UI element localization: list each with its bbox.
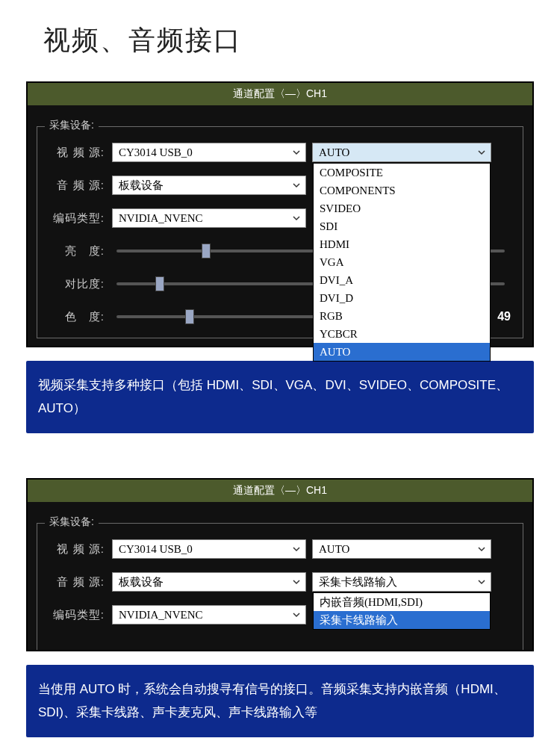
combo-audio-src[interactable]: 板载设备	[112, 572, 306, 592]
chevron-down-icon	[476, 543, 488, 555]
dropdown-option[interactable]: SDI	[314, 217, 490, 235]
label-brightness: 亮 度:	[45, 244, 112, 258]
dropdown-option[interactable]: AUTO	[314, 343, 490, 361]
slider-thumb[interactable]	[155, 276, 164, 291]
combo-enc-type-value: NVIDIA_NVENC	[119, 212, 203, 225]
caption-1: 视频采集支持多种接口（包括 HDMI、SDI、VGA、DVI、SVIDEO、CO…	[26, 361, 534, 433]
label-enc-type: 编码类型:	[45, 211, 112, 226]
combo-video-src[interactable]: CY3014 USB_0	[112, 539, 306, 559]
combo-video-in-value: AUTO	[319, 146, 349, 159]
combo-video-src[interactable]: CY3014 USB_0	[112, 143, 306, 162]
dropdown-option[interactable]: YCBCR	[314, 325, 490, 343]
slider-thumb[interactable]	[185, 309, 194, 324]
caption-2: 当使用 AUTO 时，系统会自动搜寻有信号的接口。音频采集支持内嵌音频（HDMI…	[26, 665, 534, 737]
combo-video-in[interactable]: AUTO COMPOSITECOMPONENTSSVIDEOSDIHDMIVGA…	[312, 143, 491, 162]
config-panel-2: 通道配置〈—〉CH1 采集设备: 视 频 源: CY3014 USB_0 AUT…	[26, 478, 534, 651]
label-video-src: 视 频 源:	[45, 146, 112, 160]
capture-fieldset: 采集设备: 视 频 源: CY3014 USB_0 AUTO COMPOSITE…	[37, 126, 523, 338]
dropdown-option[interactable]: COMPOSITE	[314, 164, 490, 182]
fieldset-legend: 采集设备:	[45, 515, 99, 529]
dropdown-option[interactable]: 内嵌音频(HDMI,SDI)	[314, 593, 490, 611]
dropdown-option[interactable]: SVIDEO	[314, 199, 490, 217]
chevron-down-icon	[476, 146, 488, 158]
label-enc-type: 编码类型:	[45, 608, 112, 622]
label-hue: 色 度:	[45, 310, 112, 324]
chevron-down-icon	[476, 576, 488, 588]
dropdown-option[interactable]: DVI_D	[314, 289, 490, 307]
chevron-down-icon	[290, 212, 302, 224]
label-audio-src: 音 频 源:	[45, 179, 112, 193]
config-panel-1: 通道配置〈—〉CH1 采集设备: 视 频 源: CY3014 USB_0 AUT…	[26, 81, 534, 347]
combo-enc-type-value: NVIDIA_NVENC	[119, 609, 203, 622]
combo-audio-src-value: 板载设备	[119, 179, 164, 193]
combo-video-in-value: AUTO	[319, 543, 349, 556]
audio-in-dropdown: 内嵌音频(HDMI,SDI)采集卡线路输入	[313, 592, 491, 630]
combo-enc-type[interactable]: NVIDIA_NVENC	[112, 605, 306, 624]
dropdown-option[interactable]: DVI_A	[314, 271, 490, 289]
label-video-src: 视 频 源:	[45, 542, 112, 557]
combo-audio-in-value: 采集卡线路输入	[319, 575, 397, 589]
dropdown-option[interactable]: HDMI	[314, 235, 490, 253]
combo-video-in[interactable]: AUTO	[312, 539, 491, 559]
chevron-down-icon	[290, 543, 302, 555]
chevron-down-icon	[290, 576, 302, 588]
dropdown-option[interactable]: COMPONENTS	[314, 182, 490, 199]
combo-video-src-value: CY3014 USB_0	[119, 543, 193, 556]
chevron-down-icon	[290, 179, 302, 191]
dropdown-option[interactable]: 采集卡线路输入	[314, 611, 490, 629]
dropdown-option[interactable]: RGB	[314, 307, 490, 325]
combo-enc-type[interactable]: NVIDIA_NVENC	[112, 208, 306, 228]
dropdown-option[interactable]: VGA	[314, 253, 490, 271]
combo-video-src-value: CY3014 USB_0	[119, 146, 193, 159]
page-title: 视频、音频接口	[43, 22, 538, 59]
slider-thumb[interactable]	[202, 244, 211, 258]
combo-audio-in[interactable]: 采集卡线路输入 内嵌音频(HDMI,SDI)采集卡线路输入	[312, 572, 491, 592]
label-audio-src: 音 频 源:	[45, 575, 112, 589]
row-video-src: 视 频 源: CY3014 USB_0 AUTO	[45, 539, 515, 560]
fieldset-legend: 采集设备:	[45, 119, 99, 132]
row-audio-src: 音 频 源: 板载设备 采集卡线路输入 内嵌音频(HDMI,SDI)采集卡线路输…	[45, 571, 515, 592]
chevron-down-icon	[290, 146, 302, 158]
chevron-down-icon	[290, 609, 302, 621]
capture-fieldset: 采集设备: 视 频 源: CY3014 USB_0 AUTO 音 频 源: 板载…	[37, 523, 523, 650]
combo-audio-src-value: 板载设备	[119, 575, 164, 589]
titlebar: 通道配置〈—〉CH1	[28, 83, 532, 105]
row-video-src: 视 频 源: CY3014 USB_0 AUTO COMPOSITECOMPON…	[45, 142, 515, 163]
combo-audio-src[interactable]: 板载设备	[112, 176, 306, 195]
label-contrast: 对比度:	[45, 277, 112, 291]
video-in-dropdown: COMPOSITECOMPONENTSSVIDEOSDIHDMIVGADVI_A…	[313, 163, 491, 362]
titlebar: 通道配置〈—〉CH1	[28, 480, 532, 502]
